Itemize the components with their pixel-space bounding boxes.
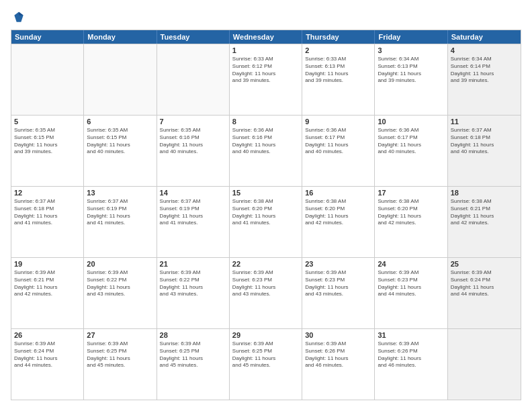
cal-cell-3-0: 19Sunrise: 6:39 AM Sunset: 6:21 PM Dayli…: [11, 258, 84, 328]
cal-cell-1-4: 9Sunrise: 6:36 AM Sunset: 6:17 PM Daylig…: [302, 116, 375, 186]
header-cell-friday: Friday: [375, 30, 447, 44]
day-number: 10: [378, 118, 444, 126]
cal-cell-3-4: 23Sunrise: 6:39 AM Sunset: 6:23 PM Dayli…: [302, 258, 375, 328]
day-number: 3: [378, 46, 444, 54]
cal-cell-4-2: 28Sunrise: 6:39 AM Sunset: 6:25 PM Dayli…: [157, 329, 230, 400]
day-number: 8: [232, 118, 299, 126]
cal-cell-3-2: 21Sunrise: 6:39 AM Sunset: 6:22 PM Dayli…: [157, 258, 230, 328]
day-number: 31: [378, 331, 444, 339]
svg-marker-1: [19, 12, 24, 15]
cal-cell-0-1: [84, 44, 157, 115]
day-number: 24: [378, 260, 444, 268]
page: SundayMondayTuesdayWednesdayThursdayFrid…: [0, 0, 532, 411]
day-info: Sunrise: 6:39 AM Sunset: 6:26 PM Dayligh…: [378, 340, 444, 369]
day-info: Sunrise: 6:39 AM Sunset: 6:23 PM Dayligh…: [305, 269, 371, 298]
cal-cell-4-0: 26Sunrise: 6:39 AM Sunset: 6:24 PM Dayli…: [11, 329, 84, 400]
cal-cell-1-2: 7Sunrise: 6:35 AM Sunset: 6:16 PM Daylig…: [157, 116, 230, 186]
day-info: Sunrise: 6:39 AM Sunset: 6:25 PM Dayligh…: [87, 340, 153, 369]
cal-cell-2-1: 13Sunrise: 6:37 AM Sunset: 6:19 PM Dayli…: [84, 187, 157, 257]
day-number: 29: [232, 331, 299, 339]
day-number: 7: [160, 118, 226, 126]
day-info: Sunrise: 6:39 AM Sunset: 6:24 PM Dayligh…: [451, 269, 518, 298]
header: [11, 11, 521, 24]
header-cell-tuesday: Tuesday: [157, 30, 230, 44]
day-info: Sunrise: 6:37 AM Sunset: 6:19 PM Dayligh…: [160, 198, 226, 227]
cal-cell-4-1: 27Sunrise: 6:39 AM Sunset: 6:25 PM Dayli…: [84, 329, 157, 400]
day-number: 2: [305, 46, 371, 54]
cal-cell-4-3: 29Sunrise: 6:39 AM Sunset: 6:25 PM Dayli…: [230, 329, 302, 400]
header-cell-wednesday: Wednesday: [230, 30, 302, 44]
calendar: SundayMondayTuesdayWednesdayThursdayFrid…: [11, 30, 521, 400]
cal-cell-0-6: 4Sunrise: 6:34 AM Sunset: 6:14 PM Daylig…: [448, 44, 521, 115]
day-info: Sunrise: 6:39 AM Sunset: 6:24 PM Dayligh…: [14, 340, 81, 369]
day-info: Sunrise: 6:39 AM Sunset: 6:22 PM Dayligh…: [87, 269, 153, 298]
week-row-1: 1Sunrise: 6:33 AM Sunset: 6:12 PM Daylig…: [11, 44, 521, 115]
cal-cell-3-3: 22Sunrise: 6:39 AM Sunset: 6:23 PM Dayli…: [230, 258, 302, 328]
cal-cell-2-4: 16Sunrise: 6:38 AM Sunset: 6:20 PM Dayli…: [302, 187, 375, 257]
logo-icon: [12, 11, 26, 24]
cal-cell-2-2: 14Sunrise: 6:37 AM Sunset: 6:19 PM Dayli…: [157, 187, 230, 257]
cal-cell-2-0: 12Sunrise: 6:37 AM Sunset: 6:18 PM Dayli…: [11, 187, 84, 257]
cal-cell-1-1: 6Sunrise: 6:35 AM Sunset: 6:15 PM Daylig…: [84, 116, 157, 186]
day-info: Sunrise: 6:36 AM Sunset: 6:17 PM Dayligh…: [378, 127, 444, 156]
day-number: 23: [305, 260, 371, 268]
week-row-5: 26Sunrise: 6:39 AM Sunset: 6:24 PM Dayli…: [11, 328, 521, 400]
cal-cell-2-6: 18Sunrise: 6:38 AM Sunset: 6:21 PM Dayli…: [448, 187, 521, 257]
day-number: 26: [14, 331, 81, 339]
day-number: 14: [160, 189, 226, 197]
day-info: Sunrise: 6:34 AM Sunset: 6:13 PM Dayligh…: [378, 56, 444, 85]
logo: [11, 11, 26, 24]
day-number: 4: [451, 46, 518, 54]
day-number: 18: [451, 189, 518, 197]
header-cell-saturday: Saturday: [448, 30, 521, 44]
day-info: Sunrise: 6:36 AM Sunset: 6:17 PM Dayligh…: [305, 127, 371, 156]
cal-cell-2-3: 15Sunrise: 6:38 AM Sunset: 6:20 PM Dayli…: [230, 187, 302, 257]
header-cell-sunday: Sunday: [11, 30, 84, 44]
day-info: Sunrise: 6:39 AM Sunset: 6:26 PM Dayligh…: [305, 340, 371, 369]
day-info: Sunrise: 6:35 AM Sunset: 6:16 PM Dayligh…: [160, 127, 226, 156]
calendar-header-row: SundayMondayTuesdayWednesdayThursdayFrid…: [11, 30, 521, 44]
cal-cell-2-5: 17Sunrise: 6:38 AM Sunset: 6:20 PM Dayli…: [375, 187, 447, 257]
day-info: Sunrise: 6:36 AM Sunset: 6:16 PM Dayligh…: [232, 127, 299, 156]
day-info: Sunrise: 6:39 AM Sunset: 6:25 PM Dayligh…: [232, 340, 299, 369]
day-number: 16: [305, 189, 371, 197]
day-info: Sunrise: 6:39 AM Sunset: 6:21 PM Dayligh…: [14, 269, 81, 298]
day-info: Sunrise: 6:38 AM Sunset: 6:20 PM Dayligh…: [305, 198, 371, 227]
day-info: Sunrise: 6:33 AM Sunset: 6:12 PM Dayligh…: [232, 56, 299, 85]
day-number: 13: [87, 189, 153, 197]
header-cell-thursday: Thursday: [302, 30, 375, 44]
day-number: 25: [451, 260, 518, 268]
day-number: 22: [232, 260, 299, 268]
cal-cell-0-5: 3Sunrise: 6:34 AM Sunset: 6:13 PM Daylig…: [375, 44, 447, 115]
day-number: 17: [378, 189, 444, 197]
day-info: Sunrise: 6:34 AM Sunset: 6:14 PM Dayligh…: [451, 56, 518, 85]
day-number: 1: [232, 46, 299, 54]
day-info: Sunrise: 6:39 AM Sunset: 6:23 PM Dayligh…: [378, 269, 444, 298]
day-info: Sunrise: 6:37 AM Sunset: 6:19 PM Dayligh…: [87, 198, 153, 227]
header-cell-monday: Monday: [84, 30, 157, 44]
day-number: 9: [305, 118, 371, 126]
cal-cell-0-3: 1Sunrise: 6:33 AM Sunset: 6:12 PM Daylig…: [230, 44, 302, 115]
cal-cell-0-4: 2Sunrise: 6:33 AM Sunset: 6:13 PM Daylig…: [302, 44, 375, 115]
day-info: Sunrise: 6:38 AM Sunset: 6:20 PM Dayligh…: [378, 198, 444, 227]
calendar-body: 1Sunrise: 6:33 AM Sunset: 6:12 PM Daylig…: [11, 44, 521, 400]
cal-cell-1-0: 5Sunrise: 6:35 AM Sunset: 6:15 PM Daylig…: [11, 116, 84, 186]
cal-cell-1-5: 10Sunrise: 6:36 AM Sunset: 6:17 PM Dayli…: [375, 116, 447, 186]
day-info: Sunrise: 6:35 AM Sunset: 6:15 PM Dayligh…: [87, 127, 153, 156]
cal-cell-0-0: [11, 44, 84, 115]
day-info: Sunrise: 6:37 AM Sunset: 6:18 PM Dayligh…: [451, 127, 518, 156]
day-info: Sunrise: 6:38 AM Sunset: 6:20 PM Dayligh…: [232, 198, 299, 227]
week-row-3: 12Sunrise: 6:37 AM Sunset: 6:18 PM Dayli…: [11, 186, 521, 257]
day-number: 5: [14, 118, 81, 126]
cal-cell-4-5: 31Sunrise: 6:39 AM Sunset: 6:26 PM Dayli…: [375, 329, 447, 400]
day-number: 6: [87, 118, 153, 126]
day-info: Sunrise: 6:39 AM Sunset: 6:23 PM Dayligh…: [232, 269, 299, 298]
day-number: 12: [14, 189, 81, 197]
cal-cell-1-3: 8Sunrise: 6:36 AM Sunset: 6:16 PM Daylig…: [230, 116, 302, 186]
day-info: Sunrise: 6:39 AM Sunset: 6:25 PM Dayligh…: [160, 340, 226, 369]
day-number: 27: [87, 331, 153, 339]
day-info: Sunrise: 6:35 AM Sunset: 6:15 PM Dayligh…: [14, 127, 81, 156]
cal-cell-3-6: 25Sunrise: 6:39 AM Sunset: 6:24 PM Dayli…: [448, 258, 521, 328]
day-number: 19: [14, 260, 81, 268]
day-number: 11: [451, 118, 518, 126]
